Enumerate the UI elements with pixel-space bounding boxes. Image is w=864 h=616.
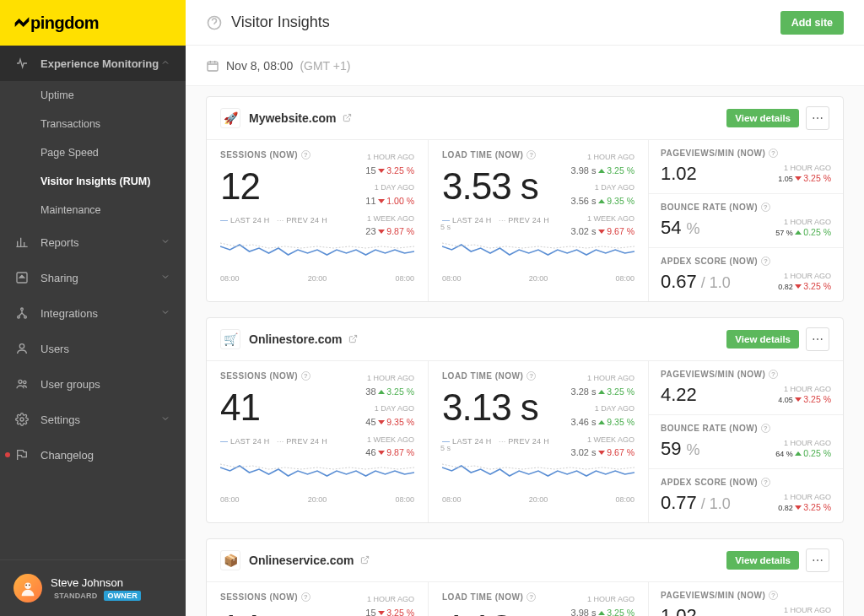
users-icon	[14, 376, 30, 392]
help-icon[interactable]: ?	[769, 591, 778, 600]
nav-label: Experience Monitoring	[40, 57, 159, 70]
user-name: Steve Johnson	[51, 576, 141, 589]
help-icon[interactable]: ?	[761, 478, 770, 487]
nav-settings[interactable]: Settings	[0, 402, 186, 437]
help-icon[interactable]: ?	[769, 149, 778, 158]
calendar-icon	[206, 59, 219, 73]
main: Visitor Insights Add site Nov 8, 08:00 (…	[186, 0, 864, 616]
nav-transactions[interactable]: Transactions	[0, 110, 186, 138]
help-icon[interactable]: ?	[526, 150, 536, 159]
nav-sub: Uptime Transactions Page Speed Visitor I…	[0, 81, 186, 224]
nav-maintenance[interactable]: Maintenance	[0, 196, 186, 224]
pingdom-icon	[14, 14, 30, 32]
nav-uptime[interactable]: Uptime	[0, 81, 186, 110]
help-icon[interactable]	[206, 14, 223, 31]
help-icon[interactable]: ?	[301, 371, 310, 381]
site-card: 📦 Onlineservice.com View details ⋯ SESSI…	[206, 538, 844, 616]
help-icon[interactable]: ?	[761, 203, 770, 212]
help-icon[interactable]: ?	[526, 592, 536, 602]
help-icon[interactable]: ?	[769, 370, 778, 379]
sessions-panel: SESSIONS (NOW) ? 41 — LAST 24 H ··· PREV…	[207, 361, 428, 522]
site-icon: 🛒	[220, 329, 240, 349]
network-icon	[14, 305, 30, 322]
svg-point-5	[19, 380, 22, 383]
svg-rect-12	[208, 62, 218, 71]
sidebar: pingdom Experience Monitoring Uptime Tra…	[0, 0, 186, 616]
help-icon[interactable]: ?	[761, 424, 770, 433]
nav-experience-monitoring[interactable]: Experience Monitoring	[0, 46, 186, 81]
svg-point-9	[25, 584, 27, 586]
help-icon[interactable]: ?	[526, 371, 536, 381]
chevron-down-icon	[160, 272, 172, 284]
external-link-icon	[360, 555, 370, 565]
chevron-down-icon	[160, 413, 172, 425]
svg-point-3	[24, 316, 27, 318]
external-link-icon	[343, 113, 352, 122]
user-footer[interactable]: Steve Johnson STANDARD OWNER	[0, 559, 186, 616]
page-title: Visitor Insights	[231, 14, 330, 31]
chevron-down-icon	[160, 236, 172, 248]
more-button[interactable]: ⋯	[806, 548, 829, 572]
chevron-down-icon	[160, 307, 172, 319]
svg-point-6	[24, 381, 26, 383]
date-text: Nov 8, 08:00	[226, 59, 293, 73]
metrics-panel: PAGEVIEWS/MIN (NOW) ? 1.021 HOUR AGO1.05…	[649, 582, 843, 616]
chart-icon	[14, 234, 30, 251]
timezone: (GMT +1)	[300, 59, 350, 73]
nav-reports[interactable]: Reports	[0, 224, 186, 260]
svg-point-10	[29, 584, 30, 586]
nav-users[interactable]: Users	[0, 331, 186, 366]
nav-changelog[interactable]: Changelog	[0, 437, 186, 473]
nav-integrations[interactable]: Integrations	[0, 295, 186, 331]
site-card: 🚀 Mywebsite.com View details ⋯ SESSIONS …	[206, 96, 844, 302]
loadtime-panel: LOAD TIME (NOW) ? 3.53 s — LAST 24 H ···…	[428, 140, 649, 301]
svg-point-1	[21, 308, 24, 311]
site-name[interactable]: Onlineservice.com	[249, 554, 370, 567]
role-badge: OWNER	[104, 591, 141, 601]
site-icon: 📦	[220, 550, 240, 570]
svg-point-8	[24, 583, 30, 589]
more-button[interactable]: ⋯	[806, 106, 829, 130]
flag-icon	[14, 446, 30, 463]
view-details-button[interactable]: View details	[726, 551, 799, 570]
add-site-button[interactable]: Add site	[780, 11, 844, 35]
user-badges: STANDARD OWNER	[51, 591, 141, 601]
chevron-up-icon	[160, 57, 172, 69]
view-details-button[interactable]: View details	[726, 109, 799, 127]
sessions-panel: SESSIONS (NOW) ? 14 — LAST 24 H ··· PREV…	[207, 582, 428, 616]
date-bar[interactable]: Nov 8, 08:00 (GMT +1)	[186, 46, 864, 86]
site-icon: 🚀	[220, 108, 240, 128]
nav-page-speed[interactable]: Page Speed	[0, 138, 186, 167]
more-button[interactable]: ⋯	[806, 327, 829, 351]
user-icon	[14, 340, 30, 357]
help-icon[interactable]: ?	[761, 257, 770, 266]
loadtime-panel: LOAD TIME (NOW) ? 4.13 s — LAST 24 H ···…	[428, 582, 649, 616]
nav-visitor-insights[interactable]: Visitor Insights (RUM)	[0, 167, 186, 196]
pulse-icon	[14, 55, 30, 72]
header: Visitor Insights Add site	[186, 0, 864, 46]
sessions-panel: SESSIONS (NOW) ? 12 — LAST 24 H ··· PREV…	[207, 140, 428, 301]
avatar	[14, 574, 42, 602]
notification-dot-icon	[5, 452, 10, 457]
nav-user-groups[interactable]: User groups	[0, 366, 186, 402]
svg-point-7	[20, 418, 24, 421]
loadtime-panel: LOAD TIME (NOW) ? 3.13 s — LAST 24 H ···…	[428, 361, 649, 522]
content: 🚀 Mywebsite.com View details ⋯ SESSIONS …	[186, 86, 864, 616]
nav-sharing[interactable]: Sharing	[0, 260, 186, 295]
site-name[interactable]: Onlinestore.com	[249, 332, 358, 346]
external-link-icon	[348, 334, 358, 343]
plan-badge: STANDARD	[51, 591, 100, 601]
brand-name: pingdom	[30, 14, 99, 33]
site-card: 🛒 Onlinestore.com View details ⋯ SESSION…	[206, 317, 844, 523]
help-icon[interactable]: ?	[301, 592, 310, 602]
brand-logo[interactable]: pingdom	[0, 0, 186, 46]
svg-point-4	[19, 344, 24, 349]
metrics-panel: PAGEVIEWS/MIN (NOW) ? 4.221 HOUR AGO4.05…	[649, 361, 843, 522]
metrics-panel: PAGEVIEWS/MIN (NOW) ? 1.021 HOUR AGO1.05…	[649, 140, 843, 301]
nav: Experience Monitoring Uptime Transaction…	[0, 46, 186, 559]
site-name[interactable]: Mywebsite.com	[249, 111, 352, 125]
svg-point-2	[18, 316, 20, 318]
gear-icon	[14, 411, 30, 428]
help-icon[interactable]: ?	[301, 150, 310, 159]
view-details-button[interactable]: View details	[726, 330, 799, 349]
